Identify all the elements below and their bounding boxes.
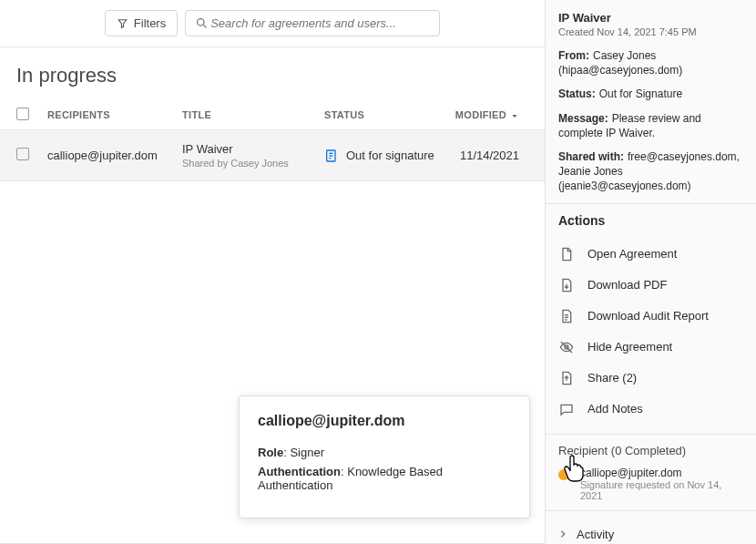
filters-label: Filters [134,16,166,30]
actions-heading: Actions [558,213,743,228]
meta-message: Message:Please review and complete IP Wa… [558,111,743,140]
agreement-title: IP Waiver [558,11,743,25]
activity-toggle[interactable]: Activity [558,520,743,545]
svg-point-0 [198,19,205,26]
details-panel: IP Waiver Created Nov 14, 2021 7:45 PM F… [545,0,756,544]
meta-status: Status:Out for Signature [558,87,743,101]
cell-modified: 11/14/2021 [452,149,528,162]
recipient-heading: Recipient (0 Completed) [558,444,743,457]
recipient-item[interactable]: calliope@jupiter.dom Signature requested… [558,467,743,501]
document-icon [558,246,575,262]
meta-from: From:Casey Jones (hipaa@caseyjones.dom) [558,48,743,77]
status-dot-icon [558,469,569,480]
tooltip-auth: Authentication: Knowledge Based Authenti… [258,465,511,492]
cell-title: IP Waiver Shared by Casey Jones [182,142,324,169]
hide-icon [558,339,575,355]
search-field[interactable] [185,10,440,36]
col-status[interactable]: STATUS [324,109,452,120]
search-icon [195,16,209,30]
notes-icon [558,401,575,417]
action-download-audit[interactable]: Download Audit Report [558,301,743,332]
created-date: Created Nov 14, 2021 7:45 PM [558,26,743,37]
chevron-right-icon [558,529,567,539]
cell-status: Out for signature [324,149,452,163]
action-open-agreement[interactable]: Open Agreement [558,239,743,270]
svg-line-1 [204,25,207,27]
toolbar: Filters [0,0,545,47]
signature-status-icon [324,149,339,163]
table-row[interactable]: calliope@jupiter.dom IP Waiver Shared by… [0,130,545,181]
recipient-email: calliope@jupiter.dom [580,467,743,479]
action-share[interactable]: Share (2) [558,363,743,394]
meta-shared: Shared with:free@caseyjones.dom, Jeanie … [558,149,743,194]
download-pdf-icon [558,277,575,293]
recipient-tooltip: calliope@jupiter.dom Role: Signer Authen… [239,395,530,518]
recipient-sub: Signature requested on Nov 14, 2021 [580,479,743,501]
filters-button[interactable]: Filters [105,10,178,36]
audit-report-icon [558,308,575,324]
search-input[interactable] [209,15,430,31]
filter-icon [117,17,128,29]
tooltip-role: Role: Signer [258,446,511,459]
col-title[interactable]: TITLE [182,109,324,120]
action-hide-agreement[interactable]: Hide Agreement [558,332,743,363]
col-recipients[interactable]: RECIPIENTS [47,109,182,120]
action-download-pdf[interactable]: Download PDF [558,270,743,301]
tooltip-email: calliope@jupiter.dom [258,413,511,429]
table-header: RECIPIENTS TITLE STATUS MODIFIED [0,100,545,130]
sort-down-icon [510,110,519,119]
page-heading: In progress [0,47,545,100]
select-all-checkbox[interactable] [16,108,29,120]
main-panel: Filters In progress RECIPIENTS TITLE STA… [0,0,545,544]
action-add-notes[interactable]: Add Notes [558,394,743,425]
cell-recipient: calliope@jupiter.dom [47,149,182,162]
col-modified[interactable]: MODIFIED [452,109,528,120]
share-icon [558,370,575,386]
row-checkbox[interactable] [16,148,29,160]
